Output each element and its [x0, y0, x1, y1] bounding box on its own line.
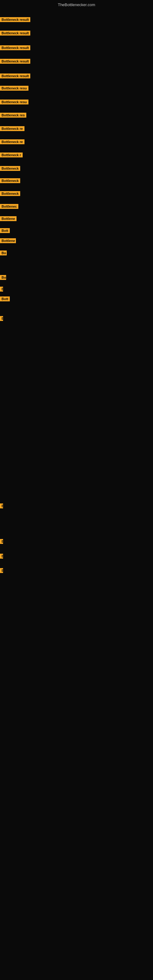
bottleneck-badge: Bottleneck re: [0, 139, 24, 145]
bottleneck-badge: Bo: [0, 250, 7, 257]
bottleneck-badge: B: [0, 286, 3, 293]
bottleneck-badge: Bottleneck resu: [0, 100, 29, 106]
bottleneck-badge: B: [0, 554, 3, 560]
bottleneck-badge: Bo: [0, 275, 6, 281]
bottleneck-badge: Bott: [0, 228, 10, 234]
bottleneck-badge: B: [0, 539, 3, 545]
bottleneck-badge: Bottlenec: [0, 204, 18, 210]
bottleneck-badge: Bottlene: [0, 216, 16, 222]
bottleneck-badge: B: [0, 316, 3, 322]
bottleneck-badge: B: [0, 503, 3, 510]
bottleneck-badge: Bottleneck result: [0, 73, 30, 80]
bottleneck-badge: Bottleneck: [0, 166, 20, 172]
bottleneck-badge: Bottlene: [0, 238, 16, 244]
bottleneck-badge: Bottleneck result: [0, 59, 30, 65]
bottleneck-badge: Bottleneck res: [0, 113, 26, 119]
bottleneck-badge: Bottleneck result: [0, 30, 30, 37]
bottleneck-badge: Bottleneck r: [0, 153, 22, 159]
bottleneck-badge: Bott: [0, 296, 10, 302]
site-title: TheBottlenecker.com: [0, 2, 153, 7]
bottleneck-badge: Bottleneck re: [0, 126, 24, 132]
bottleneck-badge: Bottleneck result: [0, 17, 30, 23]
bottleneck-badge: Bottleneck: [0, 178, 20, 185]
bottleneck-badge: Bottleneck: [0, 191, 20, 197]
bottleneck-badge: B: [0, 568, 3, 574]
bottleneck-badge: Bottleneck result: [0, 45, 30, 51]
bottleneck-badge: Bottleneck resu: [0, 86, 29, 92]
